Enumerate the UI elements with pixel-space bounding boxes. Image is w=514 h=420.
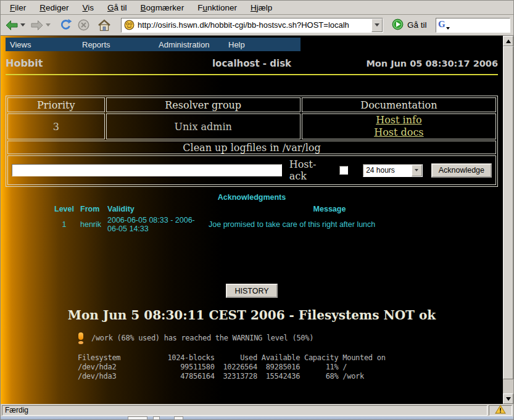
menu-bar: Filer Rediger Vis Gå til Bogmærker Funkt…	[1, 1, 513, 15]
scroll-down-button[interactable]	[503, 393, 513, 404]
col-header-level: Level	[51, 204, 78, 215]
scrollbar-track[interactable]	[503, 46, 513, 393]
home-icon	[97, 19, 111, 31]
acknowledge-button[interactable]: Acknowledge	[431, 163, 492, 178]
status-message-block: /work (68% used) has reached the WARNING…	[78, 332, 498, 381]
reload-icon	[59, 19, 72, 31]
host-ack-label: Host-ack	[289, 159, 333, 182]
df-row-hda3: /dev/hda3 47856164 32313728 15542436 68%…	[78, 372, 498, 381]
go-icon	[392, 19, 404, 32]
menu-item-gaa-til[interactable]: Gå til	[101, 2, 134, 14]
vertical-scrollbar	[503, 36, 513, 404]
toolbar: Gå til G	[1, 15, 513, 36]
hobbit-page: Views Reports Administration Help Hobbit…	[1, 36, 503, 404]
warning-text: /work (68% used) has reached the WARNING…	[91, 334, 313, 343]
duration-caret-icon	[415, 169, 418, 171]
ack-note: Clean up logfiles in /var/log	[7, 141, 496, 154]
duration-select-button[interactable]	[412, 165, 422, 176]
menu-item-vis[interactable]: Vis	[76, 2, 101, 14]
scroll-up-button[interactable]	[503, 36, 513, 46]
scrollbar-thumb[interactable]	[503, 46, 513, 379]
url-dropdown-button[interactable]	[371, 19, 383, 32]
warning-triangle-icon	[495, 405, 506, 416]
search-box[interactable]: G	[436, 18, 510, 33]
google-logo-icon: G	[438, 19, 447, 31]
stop-button[interactable]	[75, 17, 93, 33]
duration-select[interactable]: 24 hours	[363, 164, 423, 177]
browser-window: Filer Rediger Vis Gå til Bogmærker Funkt…	[0, 0, 514, 420]
nav-item-administration[interactable]: Administration	[154, 40, 224, 49]
js-console-button[interactable]	[489, 405, 512, 416]
menu-item-bogmaerker[interactable]: Bogmærker	[134, 2, 191, 14]
page-timestamp: Mon Jun 05 08:30:17 2006	[291, 59, 498, 68]
info-table: Priority Resolver group Documentation 3 …	[6, 96, 498, 187]
ack-row: 1 henrik 2006-06-05 08:33 - 2006-06-05 1…	[51, 215, 453, 234]
ack-message-input[interactable]	[12, 164, 282, 176]
nav-item-reports[interactable]: Reports	[78, 40, 154, 49]
menu-item-funktioner[interactable]: Funktioner	[191, 2, 244, 14]
ack-message: Joe promised to take care of this right …	[206, 215, 453, 234]
back-button[interactable]	[2, 18, 28, 33]
acknowledgments-table: Level From Validity Message 1 henrik 200…	[51, 204, 453, 234]
smiley-favicon-icon	[124, 20, 135, 30]
resolver-group-value: Unix admin	[106, 113, 301, 139]
stop-icon	[77, 19, 90, 31]
priority-value: 3	[7, 113, 105, 139]
nav-item-views[interactable]: Views	[6, 40, 78, 49]
search-dropdown-caret-icon	[446, 27, 450, 30]
status-bar: Færdig	[1, 404, 513, 416]
ack-from: henrik	[78, 215, 105, 234]
url-dropdown-caret-icon	[375, 23, 379, 27]
forward-arrow-icon	[30, 20, 44, 31]
menu-item-rediger[interactable]: Rediger	[33, 2, 75, 14]
col-header-priority: Priority	[7, 97, 105, 112]
col-header-documentation: Documentation	[302, 97, 496, 112]
desktop-strip	[1, 416, 513, 419]
nav-item-help[interactable]: Help	[224, 40, 292, 49]
brand-title: Hobbit	[6, 57, 212, 69]
ack-validity: 2006-06-05 08:33 - 2006-06-05 14:33	[105, 215, 206, 234]
host-ack-checkbox[interactable]	[339, 166, 348, 175]
scroll-up-arrow-icon	[506, 39, 511, 43]
back-dropdown-caret-icon	[20, 23, 25, 27]
col-header-validity: Validity	[105, 204, 206, 215]
home-button[interactable]	[95, 17, 114, 33]
status-text: Færdig	[5, 406, 28, 414]
df-row-hda2: /dev/hda2 99511580 10226564 89285016 11%…	[78, 363, 498, 372]
ack-level: 1	[51, 215, 78, 234]
df-header-line: Filesystem 1024-blocks Used Available Ca…	[78, 353, 498, 363]
col-header-from: From	[78, 204, 105, 215]
page-title: localhost - disk	[212, 58, 291, 69]
yellow-warning-status-icon	[78, 332, 83, 344]
menu-item-hjaelp[interactable]: Hjælp	[244, 2, 279, 14]
status-heading: Mon Jun 5 08:30:11 CEST 2006 - Filesyste…	[6, 308, 498, 323]
url-bar	[121, 18, 383, 33]
taskbar-fragment	[153, 416, 160, 419]
forward-dropdown-caret-icon	[46, 23, 51, 27]
history-button[interactable]: HISTORY	[226, 284, 277, 298]
scroll-down-arrow-icon	[506, 397, 511, 401]
host-docs-link[interactable]: Host docs	[374, 126, 423, 138]
go-button-label: Gå til	[407, 20, 427, 30]
hobbit-nav-bar: Views Reports Administration Help	[6, 38, 301, 51]
back-arrow-icon	[5, 20, 19, 31]
host-info-link[interactable]: Host info	[376, 114, 421, 126]
taskbar-fragment	[174, 416, 183, 419]
go-button[interactable]: Gå til	[389, 17, 429, 33]
col-header-message: Message	[206, 204, 453, 215]
page-header: Hobbit localhost - disk Mon Jun 05 08:30…	[6, 57, 498, 69]
ack-form: Host-ack 24 hours Acknowledge	[12, 159, 492, 182]
menu-item-filer[interactable]: Filer	[3, 2, 33, 14]
url-input[interactable]	[136, 20, 371, 30]
svg-text:G: G	[438, 19, 446, 29]
header-divider	[6, 74, 498, 75]
col-header-resolver-group: Resolver group	[106, 97, 301, 112]
taskbar-fragment	[128, 416, 147, 419]
forward-button[interactable]	[28, 18, 53, 33]
duration-select-value: 24 hours	[363, 166, 412, 175]
acknowledgments-title: Acknowledgments	[6, 193, 498, 202]
reload-button[interactable]	[57, 17, 75, 33]
